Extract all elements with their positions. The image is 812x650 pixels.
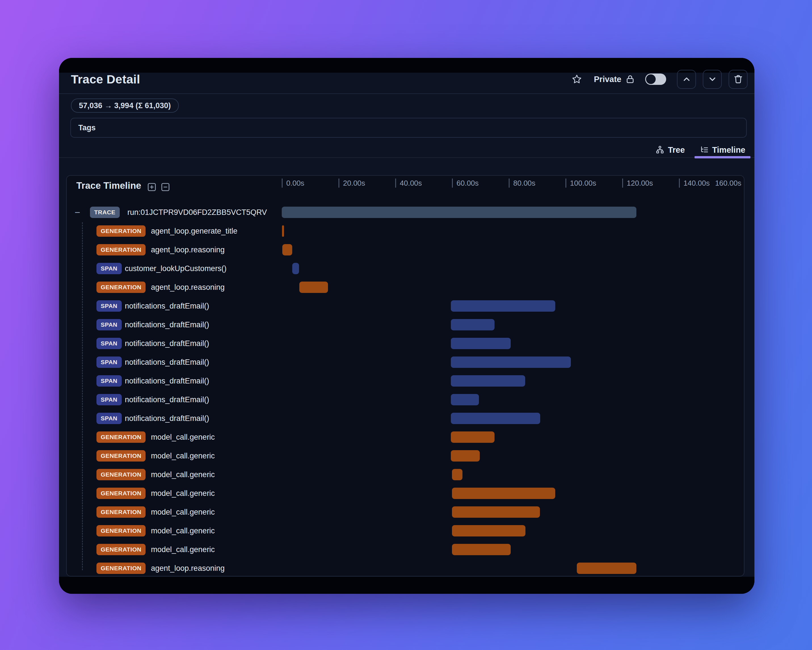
observation-type-badge: SPAN — [96, 300, 122, 312]
timeline-row[interactable]: SPANnotifications_draftEmail() — [67, 409, 744, 428]
collapse-all-button[interactable] — [160, 182, 171, 192]
duration-bar[interactable] — [282, 225, 284, 237]
timeline-row[interactable]: −TRACErun:01JCTPR9VD06FD2ZBB5VCT5QRV — [67, 203, 744, 222]
expand-all-button[interactable] — [147, 182, 157, 192]
timeline-row[interactable]: SPANcustomer_lookUpCustomers() — [67, 259, 744, 278]
timeline-row[interactable]: GENERATIONmodel_call.generic — [67, 540, 744, 559]
axis-tick — [679, 179, 680, 188]
duration-bar[interactable] — [299, 281, 328, 293]
prev-trace-button[interactable] — [677, 70, 696, 89]
duration-bar[interactable] — [282, 206, 636, 218]
timeline-row[interactable]: GENERATIONagent_loop.reasoning — [67, 278, 744, 297]
duration-bar[interactable] — [452, 544, 511, 555]
timeline-track — [282, 540, 736, 559]
view-tabs: Tree Timeline — [59, 142, 754, 158]
timeline-row[interactable]: SPANnotifications_draftEmail() — [67, 334, 744, 353]
timeline-row[interactable]: GENERATIONmodel_call.generic — [67, 522, 744, 540]
timeline-track — [282, 428, 736, 447]
timeline-track — [282, 503, 736, 522]
observation-type-badge: GENERATION — [96, 281, 145, 293]
observation-label: agent_loop.generate_title — [151, 222, 238, 240]
observation-type-badge: GENERATION — [96, 544, 145, 555]
time-axis: 0.00s20.00s40.00s60.00s80.00s100.00s120.… — [282, 176, 736, 194]
observation-type-badge: GENERATION — [96, 563, 145, 574]
duration-bar[interactable] — [451, 319, 495, 330]
observation-type-badge: GENERATION — [96, 431, 145, 443]
observation-type-badge: GENERATION — [96, 525, 145, 537]
timeline-track — [282, 315, 736, 334]
tab-timeline-label: Timeline — [712, 145, 745, 155]
observation-label: notifications_draftEmail() — [125, 409, 209, 428]
axis-tick — [395, 179, 396, 188]
axis-tick — [622, 179, 623, 188]
timeline-row[interactable]: GENERATIONmodel_call.generic — [67, 484, 744, 503]
timeline-row[interactable]: SPANnotifications_draftEmail() — [67, 372, 744, 390]
timeline-row[interactable]: GENERATIONmodel_call.generic — [67, 428, 744, 447]
observation-label: model_call.generic — [151, 447, 215, 465]
star-icon[interactable] — [572, 74, 582, 84]
trace-timeline-title: Trace Timeline — [76, 180, 141, 191]
axis-tick — [282, 179, 282, 188]
observation-label: agent_loop.reasoning — [151, 278, 225, 297]
duration-bar[interactable] — [282, 244, 292, 255]
axis-tick — [452, 179, 453, 188]
axis-tick-label: 20.00s — [343, 179, 365, 188]
axis-tick-label: 120.00s — [627, 179, 653, 188]
collapse-trace-toggle[interactable]: − — [75, 203, 80, 222]
timeline-row[interactable]: SPANnotifications_draftEmail() — [67, 390, 744, 409]
duration-bar[interactable] — [452, 525, 525, 537]
timeline-row[interactable]: GENERATIONagent_loop.reasoning — [67, 559, 744, 577]
duration-bar[interactable] — [452, 506, 540, 518]
tags-input[interactable]: Tags — [70, 118, 747, 138]
timeline-track — [282, 353, 736, 372]
timeline-row[interactable]: GENERATIONmodel_call.generic — [67, 465, 744, 484]
tab-tree[interactable]: Tree — [655, 142, 685, 158]
timeline-row[interactable]: GENERATIONmodel_call.generic — [67, 447, 744, 465]
next-trace-button[interactable] — [703, 70, 722, 89]
timeline-row[interactable]: SPANnotifications_draftEmail() — [67, 297, 744, 315]
duration-bar[interactable] — [292, 263, 299, 274]
duration-bar[interactable] — [451, 300, 555, 312]
timeline-row[interactable]: GENERATIONagent_loop.reasoning — [67, 240, 744, 259]
page-title: Trace Detail — [71, 72, 140, 86]
timeline-track — [282, 390, 736, 409]
timeline-row[interactable]: GENERATIONagent_loop.generate_title — [67, 222, 744, 240]
tab-tree-label: Tree — [668, 145, 685, 155]
timeline-row[interactable]: GENERATIONmodel_call.generic — [67, 503, 744, 522]
timeline-row[interactable]: SPANnotifications_draftEmail() — [67, 315, 744, 334]
axis-tick-label: 80.00s — [513, 179, 536, 188]
timeline-rows: −TRACErun:01JCTPR9VD06FD2ZBB5VCT5QRVGENE… — [67, 203, 744, 577]
axis-tick-label: 100.00s — [570, 179, 596, 188]
observation-label: notifications_draftEmail() — [125, 390, 209, 409]
timeline-track — [282, 203, 736, 222]
duration-bar[interactable] — [577, 563, 636, 574]
delete-trace-button[interactable] — [729, 70, 748, 89]
observation-type-badge: SPAN — [96, 338, 122, 349]
active-tab-underline — [694, 156, 751, 158]
duration-bar[interactable] — [451, 394, 479, 405]
duration-bar[interactable] — [451, 356, 571, 368]
axis-tick — [339, 179, 339, 188]
timeline-track — [282, 522, 736, 540]
axis-tick-label: 160.00s — [715, 179, 741, 188]
duration-bar[interactable] — [451, 431, 495, 443]
duration-bar[interactable] — [451, 338, 511, 349]
timeline-track — [282, 334, 736, 353]
duration-bar[interactable] — [451, 413, 540, 424]
observation-label: model_call.generic — [151, 540, 215, 559]
duration-bar[interactable] — [452, 488, 555, 499]
observation-label: model_call.generic — [151, 503, 215, 522]
timeline-track — [282, 259, 736, 278]
timeline-track — [282, 465, 736, 484]
axis-tick — [509, 179, 510, 188]
duration-bar[interactable] — [451, 375, 525, 387]
observation-type-badge: SPAN — [96, 375, 122, 387]
duration-bar[interactable] — [452, 469, 462, 480]
window-header: Trace Detail Private — [71, 70, 748, 88]
duration-bar[interactable] — [451, 450, 480, 462]
timeline-row[interactable]: SPANnotifications_draftEmail() — [67, 353, 744, 372]
timeline-track — [282, 240, 736, 259]
tab-timeline[interactable]: Timeline — [700, 142, 745, 158]
trace-detail-window: Trace Detail Private — [59, 58, 754, 594]
private-toggle[interactable] — [645, 73, 666, 85]
